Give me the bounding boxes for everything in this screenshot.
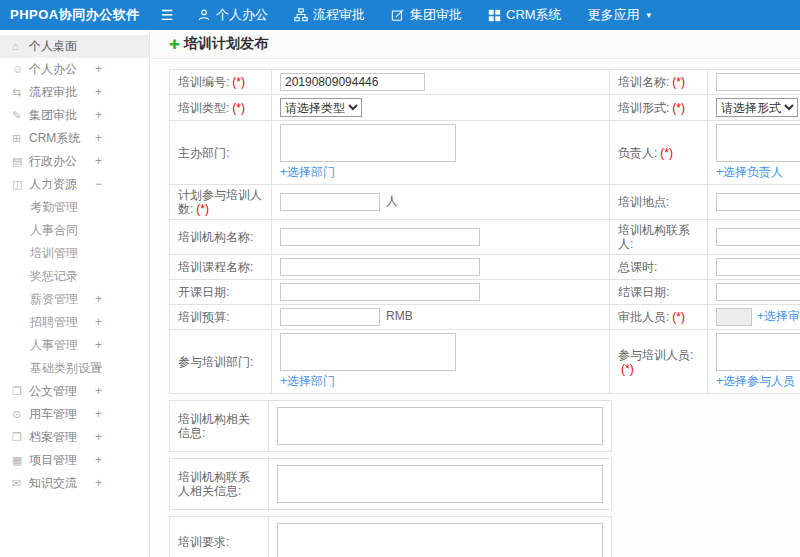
briefcase-icon: ▤	[12, 150, 29, 173]
field-label: 负责人:(*)	[610, 121, 708, 185]
sidebar-item-personnel[interactable]: 人事管理+	[0, 334, 149, 357]
field-label: 培训类型:(*)	[170, 95, 272, 121]
sidebar-item-label: 个人办公	[29, 62, 77, 76]
approver-input[interactable]	[716, 308, 752, 326]
nav-item-group-approval[interactable]: 集团审批	[378, 0, 475, 30]
select-join-department-link[interactable]: +选择部门	[280, 374, 335, 388]
field-label: 培训编号:(*)	[170, 70, 272, 95]
end-date-input[interactable]	[716, 283, 800, 301]
nav-item-process-approval[interactable]: 流程审批	[281, 0, 378, 30]
training-form-select[interactable]: 请选择形式	[716, 98, 798, 117]
select-join-personnel-link[interactable]: +选择参与人员	[716, 374, 795, 388]
requirements-textarea[interactable]	[277, 523, 603, 557]
org-contact-info-textarea[interactable]	[277, 465, 603, 503]
unit-label: 人	[386, 194, 398, 208]
sidebar-item-base-category[interactable]: 基础类别设置+	[0, 357, 149, 380]
table-row: 开课日期: 结课日期:	[170, 280, 800, 305]
sidebar-item-personal-office[interactable]: ☺个人办公+	[0, 58, 149, 81]
sidebar-item-label: 项目管理	[29, 453, 77, 467]
sidebar-item-hr[interactable]: ◫人力资源−	[0, 173, 149, 196]
expand-icon: +	[95, 288, 102, 311]
archive-icon: ❒	[12, 426, 29, 449]
expand-icon: +	[95, 81, 102, 104]
sidebar-item-vehicle[interactable]: ⊙用车管理+	[0, 403, 149, 426]
sidebar-item-label: 薪资管理	[30, 292, 78, 306]
training-code-input[interactable]	[280, 73, 425, 91]
join-department-textarea[interactable]	[280, 333, 456, 371]
sidebar-item-crm[interactable]: ⊞CRM系统+	[0, 127, 149, 150]
select-department-link[interactable]: +选择部门	[280, 165, 335, 179]
requirements-block: 培训要求:	[169, 516, 612, 557]
host-department-textarea[interactable]	[280, 124, 456, 162]
caret-down-icon: ▾	[647, 10, 652, 20]
required-mark: (*)	[621, 362, 634, 376]
participant-count-input[interactable]	[280, 193, 380, 211]
expand-icon: +	[95, 58, 102, 81]
sidebar-item-knowledge[interactable]: ✉知识交流+	[0, 472, 149, 495]
sidebar-item-label: 档案管理	[29, 430, 77, 444]
org-name-input[interactable]	[280, 228, 480, 246]
sidebar-item-label: 奖惩记录	[30, 269, 78, 283]
budget-input[interactable]	[280, 308, 380, 326]
table-row: 培训编号:(*) 培训名称:(*)	[170, 70, 800, 95]
field-label: 培训预算:	[170, 305, 272, 330]
sidebar-item-hr-contract[interactable]: 人事合同	[0, 219, 149, 242]
start-date-input[interactable]	[280, 283, 480, 301]
sidebar-item-archive[interactable]: ❒档案管理+	[0, 426, 149, 449]
nav-item-crm[interactable]: CRM系统	[475, 0, 575, 30]
hamburger-icon[interactable]: ☰	[150, 7, 184, 23]
expand-icon: +	[95, 426, 102, 449]
expand-icon: +	[95, 334, 102, 357]
sidebar-item-label: 流程审批	[29, 85, 77, 99]
sidebar-item-training[interactable]: 培训管理	[0, 242, 149, 265]
nav-label: 更多应用	[588, 6, 640, 24]
field-label: 总课时:	[610, 255, 708, 280]
sidebar-item-salary[interactable]: 薪资管理+	[0, 288, 149, 311]
doc-icon: ❐	[12, 380, 29, 403]
nav-item-more-apps[interactable]: 更多应用 ▾	[575, 0, 665, 30]
page-title: 培训计划发布	[184, 35, 268, 53]
sidebar-item-reward-punish[interactable]: 奖惩记录	[0, 265, 149, 288]
leader-textarea[interactable]	[716, 124, 800, 162]
sidebar-item-label: 考勤管理	[30, 200, 78, 214]
select-approver-link[interactable]: +选择审批人员	[757, 309, 800, 323]
topbar: PHPOA协同办公软件 ☰ 个人办公 流程审批 集团审批 CRM系统 更多应用 …	[0, 0, 800, 30]
user-icon	[197, 8, 211, 22]
sidebar-item-attendance[interactable]: 考勤管理	[0, 196, 149, 219]
sidebar-item-process-approval[interactable]: ⇆流程审批+	[0, 81, 149, 104]
sidebar-item-group-approval[interactable]: ✎集团审批+	[0, 104, 149, 127]
org-contact-input[interactable]	[716, 228, 800, 246]
hr-icon: ◫	[12, 173, 29, 196]
expand-icon: +	[95, 311, 102, 334]
currency-label: RMB	[386, 309, 413, 323]
total-hours-input[interactable]	[716, 258, 800, 276]
sidebar-item-label: 培训管理	[30, 246, 78, 260]
table-row: 主办部门: +选择部门 负责人:(*) +选择负责人	[170, 121, 800, 185]
training-name-input[interactable]	[716, 73, 800, 91]
field-label: 主办部门:	[170, 121, 272, 185]
org-contact-info-block: 培训机构联系人相关信息:	[169, 458, 612, 510]
join-personnel-textarea[interactable]	[716, 333, 800, 371]
chat-icon: ✉	[12, 472, 29, 495]
sidebar-item-desktop[interactable]: ⌂个人桌面	[0, 35, 149, 58]
training-type-select[interactable]: 请选择类型	[280, 98, 362, 117]
nav-item-personal-office[interactable]: 个人办公	[184, 0, 281, 30]
select-leader-link[interactable]: +选择负责人	[716, 165, 783, 179]
nav-label: 集团审批	[410, 6, 462, 24]
field-label: 培训课程名称:	[170, 255, 272, 280]
sidebar-item-official-doc[interactable]: ❐公文管理+	[0, 380, 149, 403]
required-mark: (*)	[672, 310, 685, 324]
field-label: 审批人员:(*)	[610, 305, 708, 330]
course-name-input[interactable]	[280, 258, 480, 276]
sidebar-item-recruit[interactable]: 招聘管理+	[0, 311, 149, 334]
plus-icon: ✚	[169, 37, 180, 52]
expand-icon: +	[95, 472, 102, 495]
sidebar-item-label: CRM系统	[29, 131, 80, 145]
expand-icon: +	[95, 403, 102, 426]
location-input[interactable]	[716, 193, 800, 211]
sidebar-item-admin-office[interactable]: ▤行政办公+	[0, 150, 149, 173]
grid-icon	[488, 9, 501, 22]
table-row: 培训课程名称: 总课时:	[170, 255, 800, 280]
org-info-textarea[interactable]	[277, 407, 603, 445]
sidebar-item-project[interactable]: ▦项目管理+	[0, 449, 149, 472]
